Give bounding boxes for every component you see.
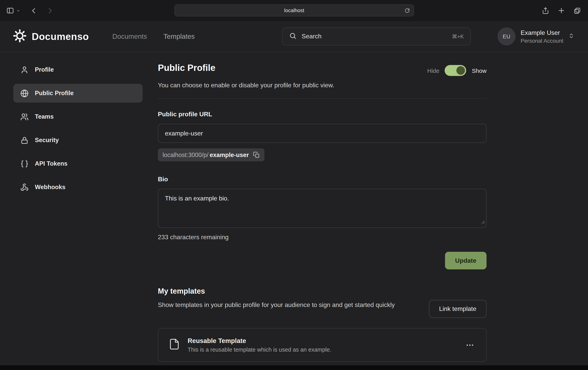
browser-sidebar-chevron-down-icon[interactable] <box>16 9 20 12</box>
sidebar-item-label: API Tokens <box>35 160 68 167</box>
brand-name: Documenso <box>32 31 89 42</box>
search-icon <box>289 32 296 41</box>
file-icon <box>168 338 180 352</box>
chevrons-up-down-icon <box>568 33 574 40</box>
browser-sidebar-toggle-icon[interactable] <box>6 7 14 14</box>
webhook-icon <box>20 183 29 191</box>
section-divider <box>158 98 486 99</box>
search-input[interactable] <box>302 33 447 40</box>
toggle-hide-label: Hide <box>427 67 439 74</box>
my-templates-description: Show templates in your public profile fo… <box>158 300 395 310</box>
template-more-options-icon[interactable] <box>464 339 476 351</box>
braces-icon <box>20 160 29 168</box>
nav-documents[interactable]: Documents <box>112 32 147 41</box>
user-info: Example User Personal Account <box>521 29 563 44</box>
profile-url-preview: localhost:3000/p/example-user <box>158 148 264 161</box>
avatar-initials: EU <box>503 33 510 40</box>
browser-url-text: localhost <box>284 7 304 13</box>
sidebar-item-label: Webhooks <box>35 184 65 191</box>
sidebar-item-label: Profile <box>35 66 54 73</box>
top-nav: Documents Templates <box>112 32 195 41</box>
public-profile-url-input[interactable] <box>158 124 486 143</box>
lock-icon <box>20 136 29 144</box>
update-button[interactable]: Update <box>445 252 486 269</box>
page-title: Public Profile <box>158 62 215 74</box>
browser-back-icon[interactable] <box>30 7 38 14</box>
bio-label: Bio <box>158 175 486 183</box>
search-shortcut-badge: ⌘+K <box>452 33 464 40</box>
toggle-show-label: Show <box>472 67 486 74</box>
template-list-item: Reusable Template This is a reusable tem… <box>158 328 486 362</box>
template-name: Reusable Template <box>188 337 456 345</box>
settings-sidebar: Profile Public Profile Teams Security <box>13 60 143 365</box>
sidebar-item-profile[interactable]: Profile <box>13 60 143 79</box>
profile-visibility-toggle[interactable] <box>445 65 466 76</box>
bio-characters-remaining: 233 characters remaining <box>158 233 486 242</box>
user-menu[interactable]: EU Example User Personal Account <box>497 27 574 45</box>
app-header: Documenso Documents Templates ⌘+K EU Exa… <box>0 21 588 52</box>
bio-textarea[interactable]: This is an example bio. <box>158 189 486 228</box>
nav-templates[interactable]: Templates <box>164 32 195 41</box>
app-root: localhost <box>0 0 588 370</box>
sidebar-item-label: Security <box>35 137 59 144</box>
toggle-knob <box>457 66 465 75</box>
content-area: Profile Public Profile Teams Security <box>0 52 588 365</box>
browser-reload-icon[interactable] <box>405 8 410 13</box>
public-profile-url-label: Public profile URL <box>158 110 486 118</box>
browser-forward-icon[interactable] <box>46 7 54 14</box>
user-icon <box>20 66 29 74</box>
user-account-type: Personal Account <box>521 37 563 44</box>
template-description: This is a reusable template which is use… <box>188 347 456 353</box>
public-profile-settings: Public Profile Hide Show You can choose … <box>158 60 486 365</box>
sidebar-item-public-profile[interactable]: Public Profile <box>13 84 143 103</box>
browser-tabs-overview-icon[interactable] <box>574 7 581 14</box>
sidebar-item-api-tokens[interactable]: API Tokens <box>13 154 143 173</box>
users-icon <box>20 113 29 121</box>
my-templates-title: My templates <box>158 287 486 296</box>
sidebar-item-teams[interactable]: Teams <box>13 107 143 126</box>
browser-share-icon[interactable] <box>542 7 549 14</box>
window-bottom-edge <box>0 365 588 370</box>
brand-logo[interactable]: Documenso <box>13 29 89 44</box>
template-info: Reusable Template This is a reusable tem… <box>188 337 456 353</box>
browser-new-tab-icon[interactable] <box>558 7 565 14</box>
page-subtitle: You can choose to enable or disable your… <box>158 81 486 90</box>
profile-url-slug: example-user <box>210 151 249 158</box>
sidebar-item-label: Public Profile <box>35 90 74 97</box>
user-name: Example User <box>521 29 563 36</box>
sidebar-item-label: Teams <box>35 113 54 120</box>
sidebar-item-security[interactable]: Security <box>13 131 143 150</box>
link-template-button[interactable]: Link template <box>429 300 486 318</box>
global-search[interactable]: ⌘+K <box>282 27 471 45</box>
browser-toolbar: localhost <box>0 0 588 21</box>
globe-icon <box>20 89 29 97</box>
documenso-logo-icon <box>13 29 27 44</box>
copy-url-button[interactable] <box>253 152 260 158</box>
textarea-resize-handle[interactable] <box>481 218 485 226</box>
sidebar-item-webhooks[interactable]: Webhooks <box>13 178 143 196</box>
avatar: EU <box>497 27 515 45</box>
profile-visibility-toggle-group: Hide Show <box>427 65 486 76</box>
browser-address-bar[interactable]: localhost <box>174 4 414 16</box>
profile-url-prefix: localhost:3000/p/ <box>163 151 208 158</box>
